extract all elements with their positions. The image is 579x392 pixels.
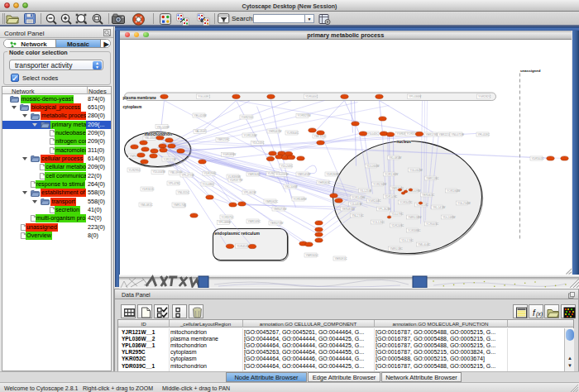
svg-text:YJR121W: YJR121W: [163, 157, 176, 160]
svg-text:YOL059W: YOL059W: [275, 173, 289, 176]
svg-text:YDR453C: YDR453C: [237, 244, 250, 247]
svg-text:unassigned: unassigned: [520, 69, 541, 73]
svg-text:YDR377W: YDR377W: [229, 178, 243, 181]
svg-text:YJL045W: YJL045W: [350, 202, 362, 205]
svg-text:YML081C: YML081C: [140, 203, 153, 206]
svg-text:YMR170C: YMR170C: [173, 203, 186, 206]
svg-text:YDL243C: YDL243C: [252, 141, 265, 145]
svg-text:YDR268W: YDR268W: [326, 172, 340, 175]
svg-text:YOR168W: YOR168W: [293, 197, 307, 200]
svg-text:YPL061W: YPL061W: [243, 190, 256, 194]
svg-text:YLR295C: YLR295C: [128, 168, 141, 171]
svg-text:YKL085W: YKL085W: [389, 155, 402, 159]
svg-text:YML120C: YML120C: [313, 134, 327, 137]
svg-text:YML004C: YML004C: [418, 242, 431, 246]
svg-text:YGR244C: YGR244C: [368, 198, 381, 202]
svg-text:YOR184W: YOR184W: [447, 189, 461, 192]
svg-text:YMR062C: YMR062C: [265, 199, 278, 203]
svg-text:YBR145W: YBR145W: [297, 172, 311, 175]
svg-text:YMR305C: YMR305C: [305, 253, 318, 256]
svg-text:YEL024W: YEL024W: [194, 113, 207, 117]
svg-text:YER073W: YER073W: [270, 221, 284, 224]
svg-text:YHR042W: YHR042W: [268, 129, 282, 132]
svg-text:YDR502C: YDR502C: [531, 156, 544, 160]
svg-text:YER091C: YER091C: [334, 256, 347, 260]
svg-text:YER178W: YER178W: [425, 132, 439, 136]
svg-text:cytoplasm: cytoplasm: [122, 104, 141, 108]
svg-text:YNL315C: YNL315C: [177, 190, 189, 194]
svg-text:YOR347C: YOR347C: [400, 200, 413, 203]
svg-text:YMR303C: YMR303C: [247, 172, 261, 175]
svg-text:YDL174C: YDL174C: [401, 238, 414, 241]
svg-text:YIL043C: YIL043C: [367, 131, 379, 135]
svg-text:plasma membrane: plasma membrane: [122, 96, 156, 100]
svg-text:YDL004W: YDL004W: [152, 170, 165, 174]
svg-text:YGR282C: YGR282C: [478, 95, 491, 98]
svg-text:YDR040C: YDR040C: [305, 95, 318, 98]
svg-text:YNL071W: YNL071W: [451, 132, 464, 136]
svg-text:YOL086C: YOL086C: [202, 182, 214, 185]
svg-text:YDR248C: YDR248C: [391, 223, 404, 227]
svg-text:YOR375C: YOR375C: [221, 215, 234, 218]
svg-text:YGL062W: YGL062W: [409, 168, 423, 171]
svg-text:YOR388C: YOR388C: [408, 228, 421, 232]
svg-text:YDR298C: YDR298C: [203, 172, 217, 175]
svg-text:YKL106W: YKL106W: [285, 184, 298, 188]
svg-text:YDL243C: YDL243C: [280, 164, 293, 167]
svg-text:YIL125W: YIL125W: [360, 189, 372, 192]
svg-text:YBL030C: YBL030C: [144, 136, 156, 140]
svg-text:YGL256W: YGL256W: [457, 201, 471, 204]
svg-text:YDL078C: YDL078C: [391, 212, 404, 215]
svg-text:YGR088W: YGR088W: [223, 153, 237, 156]
svg-text:YNL274C: YNL274C: [352, 213, 364, 217]
svg-text:YDL066W: YDL066W: [366, 164, 380, 167]
svg-text:YDR148C: YDR148C: [385, 194, 398, 198]
svg-text:YMR018C: YMR018C: [390, 246, 403, 250]
svg-text:YLR304C: YLR304C: [286, 131, 299, 134]
svg-text:YCR005C: YCR005C: [426, 222, 439, 225]
svg-text:YMR118C: YMR118C: [426, 176, 439, 179]
svg-text:YOR120W: YOR120W: [243, 133, 257, 136]
svg-text:YHR063C: YHR063C: [318, 180, 331, 184]
svg-text:YER065C: YER065C: [422, 193, 435, 196]
svg-text:YOR321W: YOR321W: [297, 114, 311, 117]
svg-text:YKL120W: YKL120W: [156, 125, 170, 128]
svg-text:YFL018C: YFL018C: [477, 132, 490, 136]
svg-text:YBR218C: YBR218C: [391, 186, 404, 189]
svg-text:YOR142W: YOR142W: [352, 195, 366, 198]
svg-text:YPL078C: YPL078C: [168, 181, 180, 184]
svg-text:nucleus: nucleus: [396, 140, 411, 144]
svg-text:YDR322C: YDR322C: [141, 187, 155, 190]
svg-text:YMR169C: YMR169C: [247, 219, 261, 222]
svg-text:YOL126C: YOL126C: [372, 220, 385, 223]
svg-text:mitochondrion: mitochondrion: [144, 131, 172, 136]
svg-text:YOR136W: YOR136W: [385, 172, 399, 175]
svg-text:YOR230W: YOR230W: [373, 182, 387, 185]
svg-text:YPL088W: YPL088W: [218, 221, 232, 224]
svg-text:(x): (x): [536, 311, 543, 318]
svg-text:YMR018W: YMR018W: [408, 215, 422, 218]
svg-text:YPL036W: YPL036W: [409, 95, 422, 98]
svg-text:YER073W: YER073W: [273, 207, 287, 210]
svg-text:YGL008C: YGL008C: [198, 95, 210, 98]
svg-text:YBR218C: YBR218C: [217, 138, 230, 141]
svg-text:YKL141W: YKL141W: [433, 205, 446, 208]
svg-text:YGR255C: YGR255C: [241, 115, 254, 118]
svg-text:YAL054C: YAL054C: [194, 130, 207, 133]
svg-text:endoplasmic reticulum: endoplasmic reticulum: [214, 230, 260, 235]
svg-text:YDL168W: YDL168W: [443, 215, 456, 218]
svg-text:YPL262W: YPL262W: [378, 207, 391, 210]
svg-text:YER081W: YER081W: [342, 207, 356, 210]
svg-text:YPL271W: YPL271W: [181, 173, 194, 176]
